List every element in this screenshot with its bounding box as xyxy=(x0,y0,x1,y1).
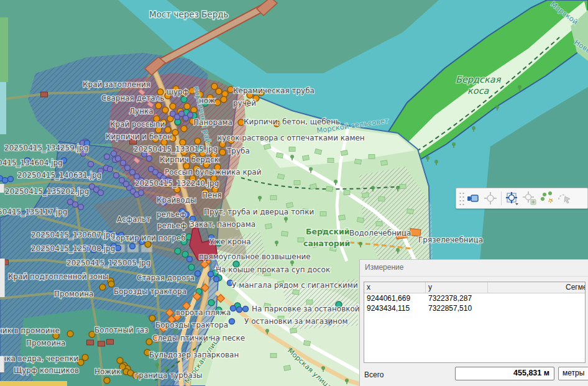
map-marker-blue[interactable] xyxy=(8,177,14,182)
map-marker-purple[interactable] xyxy=(147,156,152,162)
map-marker-blue[interactable] xyxy=(2,178,8,183)
tree-icon xyxy=(359,242,362,246)
map-marker-teal[interactable] xyxy=(182,251,188,257)
map-marker-orange[interactable] xyxy=(195,138,201,144)
map-label: граница турбазы xyxy=(135,371,203,380)
map-marker-teal[interactable] xyxy=(175,248,181,254)
map-marker-orange[interactable] xyxy=(211,83,218,90)
map-marker-orange[interactable] xyxy=(184,103,190,109)
map-marker-purple[interactable] xyxy=(73,202,78,208)
column-header-x[interactable]: x xyxy=(364,282,426,293)
building xyxy=(379,196,385,201)
tree-icon xyxy=(275,241,278,244)
map-marker-purple[interactable] xyxy=(88,162,94,167)
map-marker-purple[interactable] xyxy=(114,173,119,178)
map-marker-blue[interactable] xyxy=(208,272,214,277)
map-marker-blue[interactable] xyxy=(130,244,136,249)
coordinate-row[interactable]: 9244061,6697322378,287 xyxy=(364,293,585,303)
column-header-segments[interactable]: Сегменты xyxy=(488,282,585,293)
map-label: Труба xyxy=(226,147,250,155)
map-label: Крайводы xyxy=(157,196,196,204)
map-label: 20250415_140631.jpg xyxy=(17,171,101,180)
shore-sliver-cyan xyxy=(0,82,6,134)
map-marker-purple[interactable] xyxy=(116,156,121,162)
crosshair-icon xyxy=(484,191,497,205)
crosshair-add-icon xyxy=(522,191,537,206)
map-marker-blue[interactable] xyxy=(231,306,236,311)
map-marker-purple[interactable] xyxy=(130,170,136,175)
gps-connect-button[interactable] xyxy=(464,190,482,207)
map-marker-olive[interactable] xyxy=(99,284,106,290)
building xyxy=(290,328,297,333)
total-value-field[interactable]: 455,831 м xyxy=(455,367,554,380)
map-marker-purple[interactable] xyxy=(111,151,117,157)
map-label: Старая дорога xyxy=(137,273,195,282)
units-dropdown[interactable]: метры xyxy=(558,367,588,380)
ui-sliver-1 xyxy=(0,184,4,193)
gps-add-vertex-button-disabled[interactable] xyxy=(521,190,538,207)
map-marker-orange[interactable] xyxy=(155,103,162,109)
building xyxy=(41,92,48,97)
map-marker-purple[interactable] xyxy=(121,160,126,166)
track-points-icon xyxy=(540,191,554,206)
map-marker-olive[interactable] xyxy=(149,315,155,321)
shore-sliver-green xyxy=(0,17,8,82)
map-marker-purple[interactable] xyxy=(124,182,129,187)
building xyxy=(344,191,350,195)
tree-icon xyxy=(371,186,375,190)
map-marker-teal[interactable] xyxy=(181,96,187,103)
map-label: Асфальт xyxy=(117,215,150,224)
map-marker-orange[interactable] xyxy=(221,96,227,103)
map-marker-purple[interactable] xyxy=(125,165,131,171)
map-marker-blue[interactable] xyxy=(195,271,201,277)
map-marker-olive[interactable] xyxy=(78,359,84,365)
map-label: Кирпич бердск xyxy=(160,155,219,164)
map-marker-purple[interactable] xyxy=(188,113,193,118)
map-label: ручей xyxy=(233,99,256,108)
map-marker-orange[interactable] xyxy=(170,103,176,109)
map-marker-purple[interactable] xyxy=(179,111,185,117)
measure-total-row: Всего 455,831 м метры xyxy=(360,364,588,386)
gps-toolbar xyxy=(456,188,588,209)
map-marker-purple[interactable] xyxy=(139,190,144,196)
map-label: 20250415_130607.jpg xyxy=(31,231,115,239)
map-marker-blue[interactable] xyxy=(243,306,249,312)
map-marker-orange[interactable] xyxy=(172,129,178,136)
map-label: Водолечебница xyxy=(349,229,411,237)
map-marker-blue[interactable] xyxy=(116,246,121,251)
map-marker-olive[interactable] xyxy=(108,281,114,287)
map-marker-purple[interactable] xyxy=(108,167,113,172)
map-marker-purple[interactable] xyxy=(98,190,104,196)
map-marker-olive[interactable] xyxy=(146,339,152,345)
map-marker-blue[interactable] xyxy=(229,319,235,324)
map-label: Прут, труба и дверца топки xyxy=(204,208,314,216)
map-marker-orange[interactable] xyxy=(181,126,187,132)
map-marker-orange[interactable] xyxy=(162,107,168,113)
gps-digitize-button-disabled[interactable] xyxy=(556,190,573,207)
building xyxy=(289,147,295,152)
toolbar-drag-handle[interactable] xyxy=(458,191,464,206)
map-marker-blue[interactable] xyxy=(214,277,219,282)
building xyxy=(303,341,310,346)
map-marker-olive[interactable] xyxy=(67,331,73,337)
coordinate-row[interactable]: 9243434,1157322857,510 xyxy=(364,303,585,313)
map-marker-orange[interactable] xyxy=(219,149,226,155)
gps-recenter-button-disabled[interactable] xyxy=(482,190,499,207)
column-header-y[interactable]: y xyxy=(426,282,488,293)
map-marker-olive[interactable] xyxy=(104,377,110,384)
map-marker-blue[interactable] xyxy=(187,257,193,262)
gps-set-destination-button[interactable] xyxy=(503,190,521,207)
map-marker-purple[interactable] xyxy=(104,154,110,160)
map-label: рельеф xyxy=(157,210,186,219)
map-label: Бердский xyxy=(306,227,349,236)
measure-panel-title: Измерение xyxy=(365,263,403,272)
map-marker-purple[interactable] xyxy=(78,204,84,210)
map-marker-orange[interactable] xyxy=(214,99,221,106)
gps-track-points-button[interactable] xyxy=(538,190,556,207)
map-marker-teal[interactable] xyxy=(208,300,214,306)
map-marker-blue[interactable] xyxy=(237,307,242,313)
map-label: Керамическая труба xyxy=(233,86,315,95)
coordinates-table[interactable]: x y Сегменты 9244061,6697322378,28792434… xyxy=(364,282,586,363)
map-marker-teal[interactable] xyxy=(188,264,195,270)
building xyxy=(400,185,406,189)
